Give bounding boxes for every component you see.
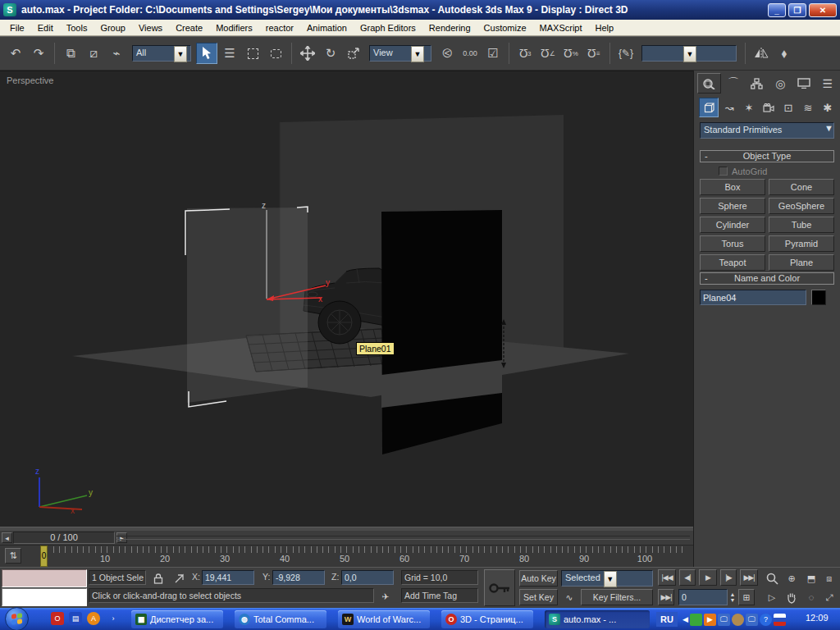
percent-snap-button[interactable]: Ω% [560, 43, 582, 64]
menu-create[interactable]: Create [169, 21, 209, 34]
tray-icon-green[interactable] [690, 614, 702, 626]
zoom-extents-all-button[interactable]: ⧈ [820, 569, 838, 587]
object-color-swatch[interactable] [811, 290, 826, 305]
current-frame-input[interactable] [679, 590, 727, 605]
teapot-button[interactable]: Teapot [700, 254, 765, 271]
edit-named-selection-sets-button[interactable]: {✎} [615, 43, 637, 64]
next-frame-key-button[interactable]: ▶▶| [658, 589, 674, 605]
menu-customize[interactable]: Customize [477, 21, 533, 34]
tray-icon-player[interactable]: ▶ [704, 614, 716, 626]
angle-snap-button[interactable]: Ω∠ [537, 43, 559, 64]
sphere-button[interactable]: Sphere [700, 198, 765, 214]
taskbar-task-totalcommander[interactable]: ◍ Total Comma... [235, 610, 326, 628]
taskbar-task-opera-3d[interactable]: O 3D - Страниц... [441, 610, 533, 628]
menu-group[interactable]: Group [94, 21, 132, 34]
crossing-selection-button[interactable] [265, 43, 286, 64]
minimize-button[interactable]: _ [768, 3, 786, 17]
viewport-label[interactable]: Perspective [7, 75, 53, 85]
chevron-down-icon[interactable]: ▼ [604, 571, 617, 587]
time-slider-handle[interactable]: 0 [40, 546, 48, 567]
create-tab[interactable] [697, 73, 721, 94]
go-to-start-button[interactable]: |◀◀ [658, 569, 676, 586]
tray-icon-display[interactable]: 🖵 [718, 614, 730, 626]
absolute-mode-icon[interactable] [171, 571, 187, 586]
quicklaunch-commander-icon[interactable]: ▤ [69, 612, 82, 625]
select-and-rotate-button[interactable]: ↻ [320, 43, 341, 64]
tray-icon-messenger[interactable] [732, 614, 744, 626]
plane-button[interactable]: Plane [769, 254, 834, 271]
object-name-input[interactable] [701, 290, 806, 304]
time-slider-track[interactable] [116, 536, 690, 540]
arc-rotate-button[interactable]: ◌ [802, 588, 820, 606]
chevron-down-icon[interactable]: ▼ [174, 46, 187, 62]
taskbar-clock[interactable]: 12:09 [806, 613, 829, 623]
primitives-dropdown[interactable]: Standard Primitives ▼ [700, 122, 834, 139]
named-selection-dropdown[interactable]: ▼ [641, 45, 737, 62]
key-mode-dropdown[interactable]: Selected ▼ [561, 570, 653, 587]
modify-tab[interactable]: ⌒ [723, 73, 745, 94]
pan-button[interactable] [783, 588, 801, 606]
menu-animation[interactable]: Animation [300, 21, 354, 34]
y-coord-input[interactable] [273, 571, 324, 584]
select-by-name-button[interactable]: ☰ [219, 43, 240, 64]
selection-lock-icon[interactable] [151, 571, 166, 586]
taskbar-task-wow[interactable]: W World of Warc... [338, 610, 430, 628]
snap-toggle-button[interactable]: Ω3 [514, 43, 536, 64]
mirror-button[interactable] [751, 43, 772, 64]
zoom-button[interactable] [763, 569, 781, 587]
menu-graph-editors[interactable]: Graph Editors [354, 21, 422, 34]
cameras-category-button[interactable] [760, 98, 778, 117]
hierarchy-tab[interactable] [746, 73, 768, 94]
select-object-button[interactable] [196, 43, 217, 64]
auto-key-button[interactable]: Auto Key [519, 570, 558, 587]
unlink-selection-button[interactable]: ⧄ [83, 43, 104, 64]
taskbar-task-automax[interactable]: S auto.max - ... [545, 610, 650, 628]
tube-button[interactable]: Tube [769, 217, 834, 233]
lights-category-button[interactable]: ✶ [740, 98, 758, 117]
undo-button[interactable]: ↶ [5, 43, 26, 64]
select-and-scale-button[interactable] [343, 43, 364, 64]
selected-plane[interactable] [187, 208, 308, 403]
communication-center-icon[interactable]: ✈ [377, 589, 394, 604]
quicklaunch-app-icon[interactable]: A [87, 612, 100, 625]
spacewarps-category-button[interactable]: ≋ [799, 98, 817, 117]
x-coord-input[interactable] [203, 571, 253, 584]
reference-coordinate-dropdown[interactable]: View ▼ [369, 45, 431, 62]
helpers-category-button[interactable]: ⊡ [779, 98, 797, 117]
z-coord-input[interactable] [342, 571, 393, 584]
next-key-button[interactable]: |▶ [720, 569, 737, 586]
use-center-button[interactable]: ⧀ [436, 43, 458, 64]
name-color-rollout-header[interactable]: - Name and Color [700, 272, 834, 285]
chevron-down-icon[interactable]: ▼ [683, 46, 696, 62]
go-to-end-button[interactable]: ▶▶| [740, 569, 758, 586]
select-and-manipulate-button[interactable]: ☑ [482, 43, 504, 64]
frame-spinner[interactable]: ▲▼ [728, 589, 737, 605]
chevron-down-icon[interactable]: ▼ [824, 123, 833, 138]
tray-icon-help[interactable]: ? [760, 614, 772, 626]
rectangular-selection-region-button[interactable] [242, 43, 263, 64]
taskbar-task-taskmanager[interactable]: ▦ Диспетчер за... [131, 610, 223, 628]
zoom-all-button[interactable]: ⊕ [783, 569, 801, 587]
language-indicator[interactable]: RU [656, 612, 678, 627]
time-slider-display[interactable]: 0 / 100 [13, 532, 115, 544]
menu-reactor[interactable]: reactor [259, 21, 300, 34]
geometry-category-button[interactable] [699, 98, 719, 117]
collapse-icon[interactable]: - [705, 151, 708, 162]
quicklaunch-expand-icon[interactable]: › [107, 612, 120, 625]
spinner-snap-button[interactable]: Ω≡ [583, 43, 605, 64]
motion-tab[interactable]: ◎ [769, 73, 792, 94]
cone-button[interactable]: Cone [769, 179, 834, 195]
chevron-down-icon[interactable]: ▼ [411, 46, 424, 62]
menu-maxscript[interactable]: MAXScript [533, 21, 589, 34]
systems-category-button[interactable]: ✱ [819, 98, 837, 117]
time-configuration-button[interactable]: ⊞ [738, 589, 755, 605]
autogrid-checkbox[interactable] [719, 167, 728, 176]
restore-button[interactable]: ❐ [788, 3, 806, 17]
select-and-move-button[interactable] [297, 43, 318, 64]
menu-views[interactable]: Views [132, 21, 169, 34]
key-filters-button[interactable]: Key Filters... [581, 589, 653, 605]
black-plane[interactable] [381, 210, 502, 454]
collapse-icon[interactable]: - [705, 273, 708, 284]
perspective-viewport[interactable]: Perspective z y x z y x Plane01 [0, 71, 693, 527]
set-key-button[interactable]: Set Key [519, 589, 558, 605]
